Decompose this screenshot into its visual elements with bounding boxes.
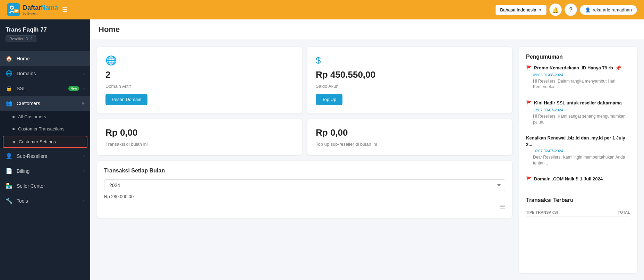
chart-title: Transaksi Setiap Bulan xyxy=(104,168,505,174)
language-selector[interactable]: Bahasa Indonesia ▼ xyxy=(495,5,546,15)
sidebar-item-label-domains: Domains xyxy=(17,71,79,76)
user-menu-button[interactable]: 👤 reka arie ramadhan xyxy=(580,5,637,15)
sidebar-item-seller-center[interactable]: 🏪 Seller Center xyxy=(0,178,90,193)
topup-subreseller-value: Rp 0,00 xyxy=(316,127,504,138)
ann-excerpt-3: Dear Resellers, Kami ingin memberitahuka… xyxy=(533,154,630,166)
chevron-right-icon-ssl: › xyxy=(83,86,85,91)
bell-icon: 🔔 xyxy=(552,7,559,13)
sidebar-item-label-ssl: SSL xyxy=(17,86,64,91)
sidebar-item-customer-settings[interactable]: Customer Settings xyxy=(3,136,87,148)
page-title: Home xyxy=(99,25,636,34)
sidebar-collapse-button[interactable]: ☰ xyxy=(62,6,68,14)
home-icon: 🏠 xyxy=(6,55,12,62)
svg-rect-4 xyxy=(15,10,18,11)
ann-excerpt-1: Hi Resellers, Dalam rangka menyambut Har… xyxy=(533,78,630,90)
saldo-akun-value: Rp 450.550,00 xyxy=(316,69,504,80)
user-name-label: reka arie ramadhan xyxy=(593,7,632,12)
sub-resellers-icon: 👤 xyxy=(6,153,12,159)
saldo-akun-card: $ Rp 450.550,00 Saldo Akun Top Up xyxy=(307,47,512,113)
sidebar-item-ssl[interactable]: 🔒 SSL New › xyxy=(0,81,90,96)
domain-aktif-card: 🌐 2 Domain Aktif Pesan Domain xyxy=(97,47,302,113)
sidebar-user-name: Trans Faqih 77 xyxy=(6,26,85,33)
globe-icon: 🌐 xyxy=(105,55,294,66)
col-total: Total xyxy=(601,208,630,217)
nav-left: DaftarNama by System ☰ xyxy=(7,3,68,16)
top-up-button[interactable]: Top Up xyxy=(316,94,342,105)
flag-icon-4: 🚩 xyxy=(526,176,532,183)
content-body: 🌐 2 Domain Aktif Pesan Domain $ Rp 450.5… xyxy=(90,40,644,280)
ann-title-text-3: Kenaikan Renewal .biz.id dan .my.id per … xyxy=(526,135,630,147)
domain-aktif-value: 2 xyxy=(105,69,294,80)
chart-menu-icon[interactable]: ☰ xyxy=(104,203,505,211)
announcement-item-3[interactable]: Kenaikan Renewal .biz.id dan .my.id per … xyxy=(526,135,630,171)
chevron-down-icon: ▼ xyxy=(538,8,542,12)
content-area: Home 🌐 2 Domain Aktif Pesan Domain $ xyxy=(90,19,644,280)
ann-title-text-2: Kini Hadir SSL untuk reseller daftarnama xyxy=(534,100,622,106)
sidebar-item-label-tools: Tools xyxy=(17,198,79,204)
stats-cards-row: Rp 0,00 Transaksi di bulan ini Rp 0,00 T… xyxy=(97,119,512,155)
ann-date-1: 09:08 01-08-2024 xyxy=(533,73,630,77)
chevron-right-icon-tools: › xyxy=(83,198,85,203)
logo-sub: by System xyxy=(23,12,58,15)
saldo-akun-label: Saldo Akun xyxy=(316,84,504,89)
pesan-domain-button[interactable]: Pesan Domain xyxy=(105,94,147,105)
chart-section: Transaksi Setiap Bulan 2024 2023 2022 Rp… xyxy=(97,161,512,218)
language-label: Bahasa Indonesia xyxy=(500,7,536,12)
sidebar-item-customers[interactable]: 👥 Customers ∨ xyxy=(0,96,90,111)
ssl-icon: 🔒 xyxy=(6,85,12,92)
sidebar-item-label-seller-center: Seller Center xyxy=(17,183,85,189)
tools-icon: 🔧 xyxy=(6,197,12,204)
nav-right: Bahasa Indonesia ▼ 🔔 ? 👤 reka arie ramad… xyxy=(495,3,637,16)
billing-icon: 📄 xyxy=(6,168,12,174)
topup-subreseller-label: Top up sub-reseller di bulan ini xyxy=(316,142,504,147)
notifications-button[interactable]: 🔔 xyxy=(549,3,562,16)
ann-title-4: 🚩 Domain .COM Naik !! 1 Juli 2024 xyxy=(526,176,630,183)
sidebar-item-customer-transactions[interactable]: Customer Transactions xyxy=(0,123,90,135)
sidebar: Trans Faqih 77 Reseller ID: 2 🏠 Home 🌐 D… xyxy=(0,19,90,280)
domains-icon: 🌐 xyxy=(6,70,12,77)
transactions-table: Tipe Transaksi Total xyxy=(526,208,630,217)
dot-icon-all-customers xyxy=(12,116,15,118)
chevron-right-icon-sub: › xyxy=(83,154,85,159)
top-cards-row: 🌐 2 Domain Aktif Pesan Domain $ Rp 450.5… xyxy=(97,47,512,113)
customer-settings-label: Customer Settings xyxy=(19,139,56,144)
right-panel: Pengumuman 🚩 Promo Kemerdekaan .ID Hanya… xyxy=(519,47,637,273)
svg-point-2 xyxy=(11,7,13,9)
announcements-title: Pengumuman xyxy=(526,54,630,60)
reseller-id-badge: Reseller ID: 2 xyxy=(6,35,36,42)
main-layout: Trans Faqih 77 Reseller ID: 2 🏠 Home 🌐 D… xyxy=(0,19,644,280)
main-section: 🌐 2 Domain Aktif Pesan Domain $ Rp 450.5… xyxy=(97,47,512,273)
customers-submenu: All Customers Customer Transactions Cust… xyxy=(0,111,90,148)
sidebar-item-all-customers[interactable]: All Customers xyxy=(0,111,90,123)
announcement-item-4[interactable]: 🚩 Domain .COM Naik !! 1 Juli 2024 xyxy=(526,176,630,183)
help-button[interactable]: ? xyxy=(565,3,577,16)
new-badge: New xyxy=(68,86,79,91)
all-customers-label: All Customers xyxy=(18,114,46,119)
sidebar-item-label-billing: Billing xyxy=(17,168,79,174)
announcement-item-1[interactable]: 🚩 Promo Kemerdekaan .ID Hanya 79 rb 📌 09… xyxy=(526,65,630,95)
chevron-down-icon-customers: ∨ xyxy=(82,101,85,106)
logo-text-area: DaftarNama by System xyxy=(23,4,58,15)
dollar-icon: $ xyxy=(316,55,504,66)
dot-icon-customer-transactions xyxy=(12,128,15,130)
announcements-section: Pengumuman 🚩 Promo Kemerdekaan .ID Hanya… xyxy=(519,47,637,190)
sidebar-item-home[interactable]: 🏠 Home xyxy=(0,51,90,66)
transactions-title: Transaksi Terbaru xyxy=(526,197,630,203)
year-selector[interactable]: 2024 2023 2022 xyxy=(104,179,505,191)
ann-title-text-4: Domain .COM Naik !! 1 Juli 2024 xyxy=(534,176,603,182)
logo-area: DaftarNama by System xyxy=(7,3,58,16)
domain-aktif-label: Domain Aktif xyxy=(105,84,294,89)
top-navigation: DaftarNama by System ☰ Bahasa Indonesia … xyxy=(0,0,644,19)
sidebar-item-tools[interactable]: 🔧 Tools › xyxy=(0,193,90,208)
sidebar-item-billing[interactable]: 📄 Billing › xyxy=(0,163,90,178)
chevron-right-icon-billing: › xyxy=(83,169,85,173)
col-tipe-transaksi: Tipe Transaksi xyxy=(526,208,601,217)
customers-icon: 👥 xyxy=(6,100,12,107)
chart-amount: Rp 280.000,00 xyxy=(104,194,505,199)
announcement-item-2[interactable]: 🚩 Kini Hadir SSL untuk reseller daftarna… xyxy=(526,100,630,130)
ann-title-2: 🚩 Kini Hadir SSL untuk reseller daftarna… xyxy=(526,100,630,107)
dot-icon-customer-settings xyxy=(13,141,15,143)
sidebar-item-sub-resellers[interactable]: 👤 Sub-Resellers › xyxy=(0,149,90,163)
transaksi-bulan-value: Rp 0,00 xyxy=(105,127,294,138)
sidebar-item-domains[interactable]: 🌐 Domains › xyxy=(0,66,90,81)
